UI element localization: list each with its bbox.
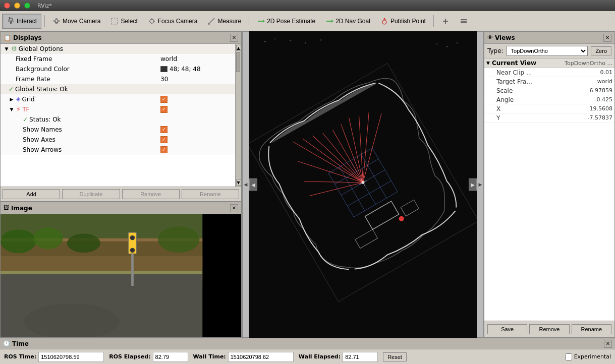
grid-item[interactable]: ▶ ◈ Grid ✓ bbox=[1, 94, 235, 104]
extra-tool-button[interactable] bbox=[437, 14, 454, 29]
views-header: 👁 Views ✕ bbox=[484, 32, 614, 44]
tf-label: TF bbox=[22, 105, 29, 114]
grid-checkbox[interactable]: ✓ bbox=[160, 96, 167, 103]
toolbar-separator-2 bbox=[249, 15, 249, 27]
svg-rect-2 bbox=[55, 18, 58, 20]
type-select[interactable]: TopDownOrtho bbox=[507, 46, 588, 56]
image-content bbox=[1, 214, 241, 337]
zero-button[interactable]: Zero bbox=[591, 46, 611, 55]
viewport-left-arrow[interactable]: ◀ bbox=[249, 178, 257, 191]
views-rename-button[interactable]: Rename bbox=[572, 324, 611, 334]
show-arrows-checkbox[interactable]: ✓ bbox=[160, 146, 167, 153]
views-save-button[interactable]: Save bbox=[487, 324, 527, 334]
frame-rate-item[interactable]: Frame Rate 30 bbox=[1, 74, 235, 84]
svg-rect-38 bbox=[131, 250, 134, 286]
show-axes-item[interactable]: Show Axes ✓ bbox=[1, 135, 235, 145]
close-btn[interactable] bbox=[4, 3, 10, 9]
tf-checkbox[interactable]: ✓ bbox=[160, 106, 167, 113]
time-bar: 🕐 Time ✕ ROS Time: ROS Elapsed: Wall Tim… bbox=[0, 338, 615, 364]
fixed-frame-item[interactable]: Fixed Frame world bbox=[1, 54, 235, 64]
experimental-checkbox[interactable] bbox=[565, 353, 572, 360]
pose-estimate-button[interactable]: 2D Pose Estimate bbox=[252, 14, 320, 29]
scroll-up-arrow[interactable]: ▲ bbox=[236, 45, 241, 51]
show-arrows-item[interactable]: Show Arrows ✓ bbox=[1, 145, 235, 155]
left-collapse-arrow[interactable]: ◀ bbox=[242, 31, 249, 338]
current-view-header[interactable]: ▼ Current View TopDownOrtho ... bbox=[484, 58, 614, 68]
add-button[interactable]: Add bbox=[3, 189, 60, 199]
svg-rect-74 bbox=[274, 38, 275, 39]
reset-button[interactable]: Reset bbox=[383, 352, 407, 361]
focus-camera-button[interactable]: Focus Camera bbox=[143, 14, 202, 29]
frame-rate-value: 30 bbox=[160, 75, 168, 84]
measure-button[interactable]: Measure bbox=[203, 14, 246, 29]
minimize-btn[interactable] bbox=[14, 3, 20, 9]
publish-point-icon bbox=[380, 17, 388, 25]
wall-elapsed-input[interactable] bbox=[343, 352, 378, 362]
viewport-right-arrow[interactable]: ▶ bbox=[469, 178, 477, 191]
views-close-button[interactable]: ✕ bbox=[603, 34, 611, 42]
svg-rect-75 bbox=[290, 40, 291, 41]
svg-rect-80 bbox=[457, 42, 458, 43]
more-tools-button[interactable] bbox=[455, 14, 472, 29]
tf-status-check: ✓ bbox=[23, 115, 28, 124]
grid-expand[interactable]: ▶ bbox=[9, 96, 15, 102]
svg-point-35 bbox=[158, 226, 199, 253]
displays-scrollbar[interactable]: ▲ ▼ bbox=[235, 44, 241, 187]
nav-goal-button[interactable]: 2D Nav Goal bbox=[321, 14, 375, 29]
fixed-frame-value: world bbox=[160, 54, 177, 64]
background-color-item[interactable]: Background Color 48; 48; 48 bbox=[1, 64, 235, 74]
remove-button[interactable]: Remove bbox=[122, 189, 180, 199]
show-axes-checkbox[interactable]: ✓ bbox=[160, 136, 167, 143]
fixed-frame-label: Fixed Frame bbox=[16, 54, 52, 64]
svg-point-40 bbox=[130, 235, 135, 240]
views-remove-button[interactable]: Remove bbox=[529, 324, 569, 334]
global-status-item[interactable]: ✓ Global Status: Ok bbox=[1, 84, 235, 94]
show-names-item[interactable]: Show Names ✓ bbox=[1, 125, 235, 135]
show-names-checkbox[interactable]: ✓ bbox=[160, 126, 167, 133]
wall-time-input[interactable] bbox=[228, 352, 294, 362]
svg-rect-3 bbox=[55, 23, 58, 24]
expand-arrow[interactable]: ▼ bbox=[4, 46, 10, 52]
scroll-down-arrow[interactable]: ▼ bbox=[236, 179, 241, 186]
svg-point-7 bbox=[150, 19, 154, 23]
ros-elapsed-label: ROS Elapsed: bbox=[109, 353, 150, 360]
select-label: Select bbox=[121, 18, 137, 25]
scale-row[interactable]: Scale 6.97859 bbox=[484, 86, 614, 95]
near-clip-row[interactable]: Near Clip ... 0.01 bbox=[484, 68, 614, 77]
time-close-button[interactable]: ✕ bbox=[604, 340, 612, 348]
tf-status-item[interactable]: ✓ Status: Ok bbox=[1, 114, 235, 125]
x-row[interactable]: X 19.5608 bbox=[484, 104, 614, 113]
interact-button[interactable]: Interact bbox=[2, 14, 41, 29]
right-collapse-arrow[interactable]: ▶ bbox=[477, 31, 484, 338]
angle-row[interactable]: Angle -0.425 bbox=[484, 95, 614, 104]
svg-rect-79 bbox=[446, 46, 448, 47]
maximize-btn[interactable] bbox=[24, 3, 30, 9]
select-icon bbox=[110, 17, 119, 25]
target-frame-row[interactable]: Target Fra... world bbox=[484, 77, 614, 86]
views-type-row: Type: TopDownOrtho Zero bbox=[484, 44, 614, 58]
near-clip-label: Near Clip ... bbox=[496, 69, 600, 76]
image-close-button[interactable]: ✕ bbox=[230, 204, 238, 212]
global-options-item[interactable]: ▼ ⚙ Global Options bbox=[1, 44, 235, 54]
ros-elapsed-input[interactable] bbox=[153, 352, 188, 362]
move-camera-button[interactable]: Move Camera bbox=[48, 14, 105, 29]
current-view-expand[interactable]: ▼ bbox=[486, 60, 490, 66]
views-title: Views bbox=[495, 34, 515, 41]
rename-button[interactable]: Rename bbox=[182, 189, 239, 199]
grid-icon: ◈ bbox=[16, 95, 20, 104]
image-icon: 🖼 bbox=[4, 205, 9, 211]
y-label: Y bbox=[496, 114, 588, 122]
publish-point-button[interactable]: Publish Point bbox=[376, 14, 430, 29]
displays-title: Displays bbox=[13, 34, 42, 41]
tf-item[interactable]: ▼ ⚡ TF ✓ bbox=[1, 104, 235, 114]
duplicate-button[interactable]: Duplicate bbox=[62, 189, 120, 199]
ros-time-input[interactable] bbox=[38, 352, 104, 362]
focus-camera-label: Focus Camera bbox=[158, 18, 198, 25]
global-status-label: Global Status: Ok bbox=[15, 85, 68, 94]
viewport[interactable]: ◀ ▶ bbox=[249, 31, 477, 338]
select-button[interactable]: Select bbox=[106, 14, 142, 29]
displays-close-button[interactable]: ✕ bbox=[230, 34, 238, 42]
tf-expand[interactable]: ▼ bbox=[9, 106, 15, 112]
svg-point-42 bbox=[130, 248, 135, 253]
y-row[interactable]: Y -7.57837 bbox=[484, 113, 614, 123]
